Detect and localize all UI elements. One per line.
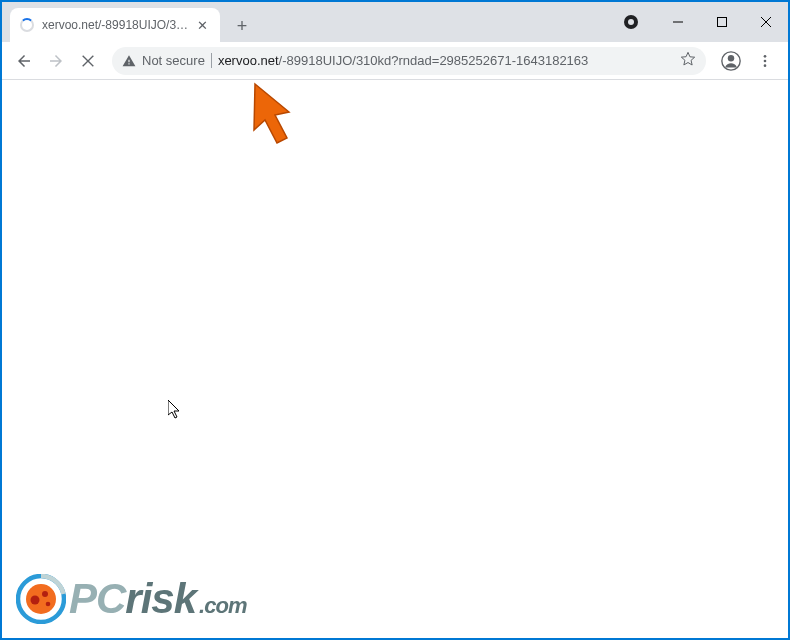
url-text: xervoo.net/-89918UIJO/310kd?rndad=298525… xyxy=(218,53,588,68)
url-domain: xervoo.net xyxy=(218,53,279,68)
maximize-button[interactable] xyxy=(700,7,744,37)
annotation-arrow-icon xyxy=(247,82,302,151)
watermark-logo: PC risk .com xyxy=(16,574,246,624)
svg-point-13 xyxy=(42,591,48,597)
toolbar: Not secure xervoo.net/-89918UIJO/310kd?r… xyxy=(2,42,788,80)
stop-reload-button[interactable] xyxy=(74,47,102,75)
svg-point-8 xyxy=(764,55,767,58)
watermark-risk: risk xyxy=(125,575,196,623)
watermark-text: PC risk .com xyxy=(69,575,246,623)
svg-point-7 xyxy=(728,55,734,61)
url-path: /-89918UIJO/310kd?rndad=2985252671-16431… xyxy=(279,53,589,68)
back-button[interactable] xyxy=(10,47,38,75)
page-content xyxy=(2,80,788,638)
tab-title: xervoo.net/-89918UIJO/310kd?rn xyxy=(42,18,190,32)
svg-point-10 xyxy=(764,64,767,67)
minimize-button[interactable] xyxy=(656,7,700,37)
svg-point-15 xyxy=(46,602,51,607)
security-warning-icon xyxy=(122,54,136,68)
svg-rect-1 xyxy=(718,18,727,27)
close-window-button[interactable] xyxy=(744,7,788,37)
svg-point-9 xyxy=(764,59,767,62)
watermark-com: .com xyxy=(199,593,246,619)
new-tab-button[interactable]: + xyxy=(228,12,256,40)
tab-close-button[interactable]: ✕ xyxy=(194,17,210,33)
profile-button[interactable] xyxy=(716,46,746,76)
svg-point-12 xyxy=(26,584,56,614)
menu-button[interactable] xyxy=(750,46,780,76)
watermark-pc: PC xyxy=(69,575,125,623)
forward-button[interactable] xyxy=(42,47,70,75)
address-bar[interactable]: Not secure xervoo.net/-89918UIJO/310kd?r… xyxy=(112,47,706,75)
recording-indicator-icon[interactable] xyxy=(624,15,638,29)
bookmark-star-icon[interactable] xyxy=(680,51,696,70)
window-controls xyxy=(624,8,788,42)
title-bar: xervoo.net/-89918UIJO/310kd?rn ✕ + xyxy=(2,2,788,42)
mouse-cursor-icon xyxy=(168,400,182,424)
loading-spinner-icon xyxy=(20,18,34,32)
security-label: Not secure xyxy=(142,53,212,68)
browser-tab[interactable]: xervoo.net/-89918UIJO/310kd?rn ✕ xyxy=(10,8,220,42)
svg-point-14 xyxy=(31,596,40,605)
watermark-badge-icon xyxy=(16,574,66,624)
